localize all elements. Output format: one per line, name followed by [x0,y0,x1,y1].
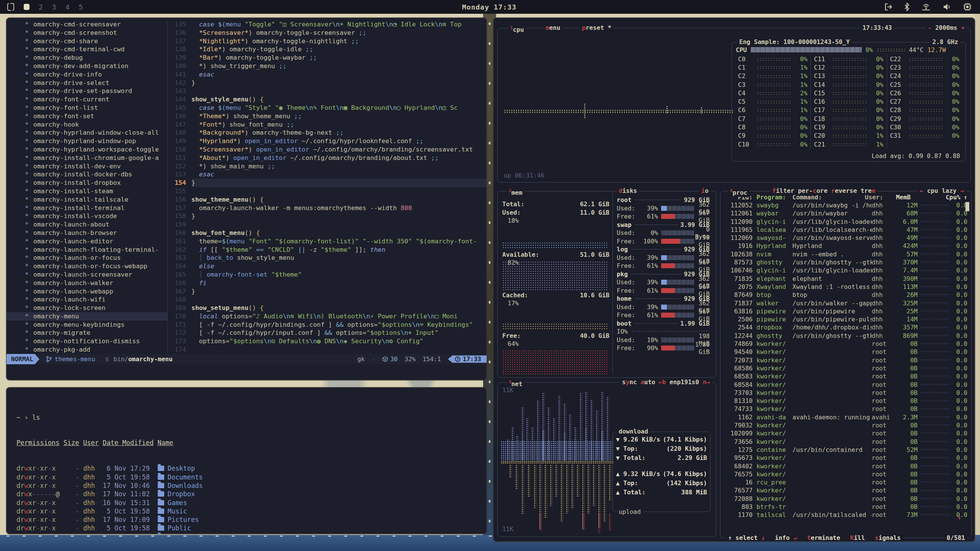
process-row[interactable]: 2075XwaylandXwayland :1 -rootless -dhh11… [724,283,967,291]
file-item[interactable]: *omarchy-install-chromium-google-a [33,154,167,162]
file-item[interactable]: *omarchy-cmd-share [33,37,167,46]
footer-hint[interactable]: ↑ select ↓ [728,534,765,542]
process-row[interactable]: 94540kworker/root0B0.0 [724,348,967,356]
file-item[interactable]: *omarchy-install-tailscale [33,196,167,204]
file-item[interactable]: *omarchy-launch-or-focus [33,254,167,262]
file-item[interactable]: *omarchy-drive-set-password [33,87,167,95]
file-item[interactable]: *omarchy-drive-info [33,70,167,79]
process-row[interactable]: 2506pipewire/usr/bin/pipewire-pulsedhh14… [724,315,967,323]
process-row[interactable]: 71835elephantelephantdhh390M0.0 [724,275,967,283]
proc-tab[interactable]: 4proc [728,187,749,197]
file-item[interactable]: *omarchy-hook [33,121,167,129]
code-buffer[interactable]: case $(menu "Toggle" "◫ Screensaver\n☀ N… [191,20,487,354]
process-row[interactable]: 803btrfs-trroot0B0.0 [724,503,967,511]
process-row[interactable]: 1916HyprlandHyprlanddhh424M0.0 [724,242,967,250]
menu-button[interactable]: menu [544,24,562,32]
file-item[interactable]: *omarchy-drive-select [33,79,167,87]
process-row[interactable]: 73703kworker/root0B0.0 [724,389,967,397]
bluetooth-icon[interactable] [904,3,910,11]
process-row[interactable]: 102099kworker/root0B0.0 [724,429,967,437]
logout-icon[interactable] [884,3,893,11]
process-row[interactable]: 12244ghostty/usr/bin/ghostty --gtk-dhh86… [724,332,967,340]
file-item[interactable]: *omarchy-cmd-terminal-cwd [33,45,167,54]
file-item[interactable]: *omarchy-hyprland-window-close-all [33,129,167,137]
process-row[interactable]: 76575kworker/root0B0.0 [724,470,967,478]
process-row[interactable]: 87573ghostty/usr/bin/ghostty --gtk-dhh37… [724,258,967,266]
process-row[interactable]: 1275containe/usr/bin/containerdroot52M0.… [724,446,967,454]
process-row[interactable]: 106746glycin-i/usr/lib/glycin-loadersdhh… [724,266,967,274]
io-tab[interactable]: io [699,187,710,195]
proc-scrollbar[interactable] [965,202,969,211]
file-item[interactable]: *omarchy-launch-walker [33,279,167,287]
file-item[interactable]: *omarchy-font-list [33,104,167,112]
process-row[interactable]: 112069swayosd-/usr/bin/swayosd-serverdhh… [724,234,967,242]
update-interval[interactable]: - 2000ms + [926,24,967,32]
file-item[interactable]: *omarchy-dev-add-migration [33,62,167,70]
process-row[interactable]: 76577kworker/root0B0.0 [724,486,967,494]
workspace-2[interactable]: 2 [39,3,43,11]
process-row[interactable]: 16rcu_preeroot0B0.0 [724,478,967,486]
file-item[interactable]: *omarchy-launch-about [33,220,167,229]
file-item[interactable]: *omarchy-hyprland-workspace-toggle [33,145,167,154]
file-item[interactable]: *omarchy-launch-browser [33,229,167,237]
process-row[interactable]: 102638nvimnvim --embed .dhh57M0.0 [724,250,967,258]
proc-sort[interactable]: ← cpu lazy → [918,187,966,195]
preset-button[interactable]: preset * [580,24,613,32]
process-row[interactable]: 111965localsea/usr/lib/localsearch-exdhh… [724,226,967,234]
mem-tab[interactable]: 2mem [507,187,524,197]
volume-icon[interactable] [942,3,952,11]
process-row[interactable]: 68586kworker/root0B0.0 [724,364,967,372]
process-row[interactable]: 73656kworker/root0B0.0 [724,438,967,446]
process-row[interactable]: 63816pipewire/usr/bin/pipewiredhh25M0.0 [724,307,967,315]
process-row[interactable]: 112061waybar/usr/bin/waybardhh68M0.0 [724,209,967,217]
workspace-3[interactable]: 3 [52,3,56,11]
process-row[interactable]: 68402kworker/root0B0.0 [724,462,967,470]
proc-options[interactable]: filter per-core reverse tree [770,187,877,195]
proc-table[interactable]: 112052swaybg/usr/bin/swaybg -i /homdhh12… [720,201,971,519]
clock[interactable]: Monday 17:33 [462,3,516,11]
process-row[interactable]: 79032kworker/root0B0.0 [724,421,967,429]
footer-hint[interactable]: info ↵ [775,534,797,542]
file-item[interactable]: *omarchy-launch-webapp [33,287,167,296]
file-item[interactable]: *omarchy-launch-floating-terminal- [33,246,167,254]
file-item[interactable]: *omarchy-cmd-screensaver [33,20,167,29]
file-item[interactable]: *omarchy-notification-dismiss [33,337,167,346]
file-item[interactable]: *omarchy-install-docker-dbs [33,170,167,179]
process-row[interactable]: 1162avahi-daavahi-daemon: running [avahi… [724,413,967,421]
file-item[interactable]: *omarchy-menu-keybindings [33,321,167,329]
footer-hint[interactable]: Kill [850,534,865,542]
file-item[interactable]: *omarchy-lock-screen [33,304,167,312]
cpu-icon[interactable] [963,3,972,11]
process-row[interactable]: 71837walker/usr/bin/walker --gappldhh325… [724,299,967,307]
process-row[interactable]: 95673kworker/root0B0.0 [724,454,967,462]
process-row[interactable]: 112052swaybg/usr/bin/swaybg -i /homdhh12… [724,201,967,209]
file-item[interactable]: *omarchy-install-dev-env [33,162,167,171]
file-item[interactable]: *omarchy-migrate [33,329,167,337]
file-item[interactable]: *omarchy-install-dropbox [33,179,167,187]
file-item[interactable]: *omarchy-launch-editor [33,237,167,246]
process-row[interactable]: 74869kworker/root0B0.0 [724,340,967,348]
process-row[interactable]: 72073kworker/root0B0.0 [724,356,967,364]
footer-hint[interactable]: signals [875,534,900,542]
file-item[interactable]: *omarchy-hyprland-window-pop [33,137,167,145]
workspace-1-active[interactable] [24,4,29,10]
process-row[interactable]: 81310kworker/root0B0.0 [724,397,967,405]
file-item[interactable]: *omarchy-font-current [33,95,167,104]
disks-tab[interactable]: disks [617,187,639,195]
process-row[interactable]: 112090glycin-i/usr/lib/glycin-loadersdhh… [724,218,967,226]
process-row[interactable]: 2544dropbox/home/dhh/.dropbox-distdhh357… [724,323,967,331]
file-item[interactable]: *omarchy-cmd-screenshot [33,29,167,37]
process-row[interactable]: 87649btopbtopdhh26M0.0 [724,291,967,299]
process-row[interactable]: 68583kworker/root0B0.0 [724,372,967,380]
process-row[interactable]: 72088kworker/root0B0.0 [724,495,967,503]
process-row[interactable]: 68584kworker/root0B0.0 [724,381,967,389]
file-item[interactable]: *omarchy-install-steam [33,187,167,196]
footer-hint[interactable]: terminate [807,534,840,542]
file-item[interactable]: *omarchy-install-vscode [33,212,167,220]
file-item[interactable]: *omarchy-debug [33,54,167,62]
workspace-4[interactable]: 4 [65,3,70,11]
process-row[interactable]: 74733kworker/root0B0.0 [724,405,967,413]
terminal-output[interactable]: ~ › ls Permissions Size User Date Modifi… [7,388,487,534]
file-item[interactable]: *omarchy-menu [7,312,167,321]
cpu-tab[interactable]: 1cpu [508,24,526,34]
